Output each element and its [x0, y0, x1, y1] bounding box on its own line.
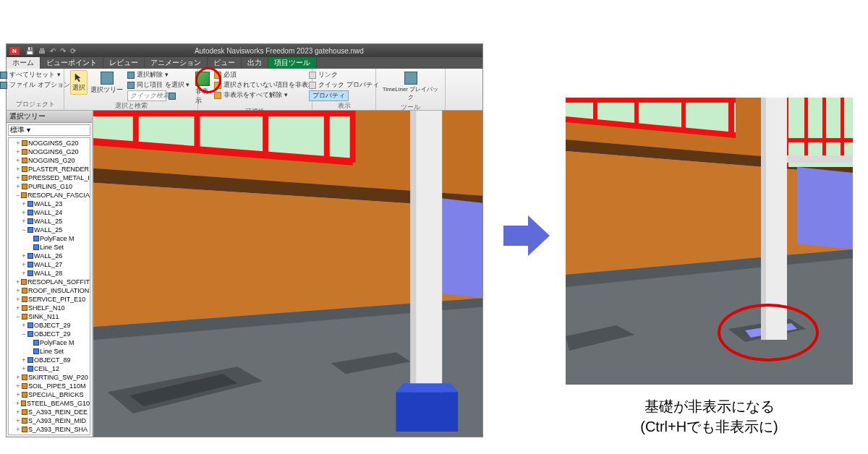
expand-icon[interactable]: + — [15, 147, 21, 156]
tree-node[interactable]: +WALL_28 — [9, 269, 90, 278]
tree-node[interactable]: Line Set — [9, 243, 90, 252]
tree-node[interactable]: +PLASTER_RENDER — [9, 165, 90, 174]
expand-icon[interactable]: + — [15, 278, 20, 286]
expand-icon[interactable]: − — [15, 191, 20, 200]
hide-unselected-button[interactable]: 選択されていない項目を非表示 — [213, 80, 316, 90]
tree-node[interactable]: +WALL_24 — [9, 208, 90, 217]
tree-node[interactable]: +SPECIAL_BRICKS — [9, 390, 90, 399]
required-button[interactable]: 必須 — [213, 70, 316, 80]
tab-viewpoint[interactable]: ビューポイント — [41, 57, 103, 69]
tree-node[interactable]: +WALL_23 — [9, 200, 90, 208]
expand-icon[interactable]: + — [15, 425, 21, 434]
expand-icon[interactable]: + — [21, 269, 27, 278]
expand-icon[interactable]: + — [21, 356, 27, 364]
link-button[interactable]: リンク — [307, 70, 380, 80]
expand-icon[interactable]: + — [15, 399, 20, 408]
select-button[interactable]: 選択 — [70, 70, 88, 95]
select-same-button[interactable]: 同じ項目 を選択 ▾ — [126, 80, 191, 90]
quick-property-button[interactable]: クイック プロパティ — [307, 80, 380, 90]
tab-animation[interactable]: アニメーション — [145, 57, 208, 69]
tree-node[interactable]: +OBJECT_29 — [9, 321, 90, 330]
expand-icon[interactable]: + — [15, 165, 21, 174]
unhide-all-button[interactable]: 非表示をすべて解除 ▾ — [213, 90, 316, 100]
expand-icon[interactable]: + — [21, 208, 27, 217]
tab-view[interactable]: ビュー — [208, 57, 242, 69]
tree-node[interactable]: +RESOPLAN_SOFFIT — [9, 278, 90, 286]
expand-icon[interactable]: − — [21, 330, 27, 338]
selection-tree-button[interactable]: 選択ツリー — [89, 70, 124, 96]
tree-node[interactable]: Line Set — [9, 347, 90, 356]
tree-node[interactable]: −OBJECT_29 — [9, 330, 90, 338]
deselect-button[interactable]: 選択解除 ▾ — [126, 70, 191, 80]
expand-icon[interactable]: + — [15, 390, 21, 399]
tree-node[interactable]: +S_BRICK_-DPC_FI — [9, 434, 90, 435]
quick-access-toolbar[interactable]: 💾 🖶 ↶ ↷ ⟳ — [25, 47, 76, 55]
selection-tree-panel: 選択ツリー 標準 ▾ +NOGGINS5_G20+NOGGINS6_G20+NO… — [7, 111, 93, 437]
expand-icon[interactable]: + — [21, 260, 27, 269]
tree-node[interactable]: +NOGGINS5_G20 — [9, 139, 90, 147]
file-options-button[interactable]: ファイル オプション — [0, 80, 72, 90]
tree-node[interactable]: PolyFace M — [9, 338, 90, 347]
tree-node[interactable]: −WALL_25 — [9, 226, 90, 234]
tree-node[interactable]: +NOGGINS_G20 — [9, 156, 90, 165]
expand-icon[interactable]: + — [15, 434, 21, 435]
tree-node[interactable]: +WALL_27 — [9, 260, 90, 269]
expand-icon[interactable]: + — [15, 304, 21, 312]
tree-node[interactable]: +S_A393_REIN_SHA — [9, 425, 90, 434]
expand-icon[interactable]: + — [15, 182, 21, 191]
3d-viewport-before[interactable] — [93, 111, 482, 437]
tree-node[interactable]: +NOGGINS6_G20 — [9, 147, 90, 156]
tree-node[interactable]: +ROOF_INSULATION — [9, 286, 90, 295]
expand-icon[interactable]: + — [15, 373, 21, 382]
reset-all-button[interactable]: すべてリセット ▾ — [0, 70, 72, 80]
expand-icon[interactable]: − — [21, 226, 27, 234]
tree-node[interactable]: +WALL_26 — [9, 252, 90, 260]
tree-node[interactable]: +SERVICE_PIT_E10 — [9, 295, 90, 304]
tree-node[interactable]: +S_A393_REIN_DEE — [9, 408, 90, 416]
expand-icon[interactable]: + — [21, 200, 27, 208]
print-icon[interactable]: 🖶 — [38, 47, 46, 55]
node-icon — [27, 262, 33, 267]
tree-node[interactable]: −RESOPLAN_FASCIA — [9, 191, 90, 200]
expand-icon[interactable]: + — [15, 416, 21, 425]
expand-icon[interactable]: + — [15, 286, 21, 295]
tree-node[interactable]: +WALL_25 — [9, 217, 90, 226]
tab-output[interactable]: 出力 — [242, 57, 268, 69]
tree-node[interactable]: +SOIL_PIPES_110M — [9, 382, 90, 390]
expand-icon[interactable]: + — [15, 174, 21, 182]
expand-icon[interactable]: + — [15, 156, 21, 165]
expand-icon[interactable]: − — [15, 312, 21, 321]
expand-icon[interactable]: + — [15, 139, 21, 147]
tree-node[interactable]: +PURLINS_G10 — [9, 182, 90, 191]
tree-node[interactable]: +OBJECT_89 — [9, 356, 90, 364]
tree-node[interactable]: +PRESSED_METAL_I — [9, 174, 90, 182]
timeliner-button[interactable]: TimeLiner プレイバック — [379, 70, 442, 103]
tree-node[interactable]: +SKIRTING_SW_P20 — [9, 373, 90, 382]
tree-mode-dropdown[interactable]: 標準 ▾ — [8, 124, 90, 136]
hide-button[interactable]: 非表示 — [194, 70, 211, 107]
quick-search-input[interactable]: クイック検索 — [127, 90, 166, 101]
search-icon[interactable] — [169, 93, 176, 100]
expand-icon[interactable]: + — [15, 295, 21, 304]
tab-review[interactable]: レビュー — [103, 57, 145, 69]
tree-node[interactable]: +STEEL_BEAMS_G10 — [9, 399, 90, 408]
tree-node[interactable]: −SINK_N11 — [9, 312, 90, 321]
expand-icon[interactable]: + — [21, 321, 27, 330]
tree-node[interactable]: +SHELF_N10 — [9, 304, 90, 312]
expand-icon[interactable]: + — [21, 252, 27, 260]
undo-icon[interactable]: ↶ — [50, 47, 56, 55]
tree-list[interactable]: +NOGGINS5_G20+NOGGINS6_G20+NOGGINS_G20+P… — [8, 137, 90, 435]
tree-node[interactable]: PolyFace M — [9, 234, 90, 243]
tree-node[interactable]: +S_A393_REIN_MID — [9, 416, 90, 425]
save-icon[interactable]: 💾 — [25, 47, 34, 55]
refresh-icon[interactable]: ⟳ — [70, 47, 76, 55]
tree-node[interactable]: +CEIL_12 — [9, 364, 90, 373]
redo-icon[interactable]: ↷ — [60, 47, 66, 55]
expand-icon[interactable]: + — [15, 408, 21, 416]
tab-home[interactable]: ホーム — [7, 57, 41, 69]
expand-icon[interactable]: + — [15, 382, 21, 390]
expand-icon[interactable]: + — [21, 217, 27, 226]
expand-icon[interactable]: + — [21, 364, 27, 373]
tab-item-tool[interactable]: 項目ツール — [268, 57, 317, 69]
property-button[interactable]: プロパティ — [307, 90, 380, 101]
